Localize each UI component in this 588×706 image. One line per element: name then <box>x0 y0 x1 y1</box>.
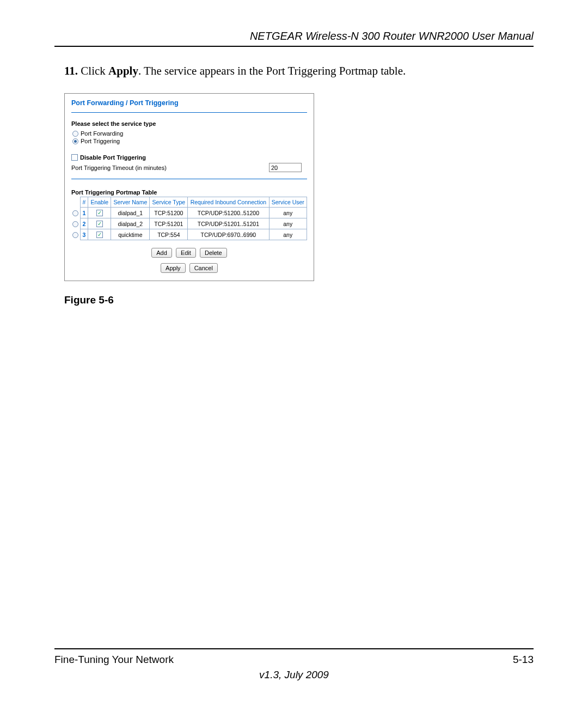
checkbox-icon <box>71 154 78 161</box>
table-row: 3 ✓ quicktime TCP:554 TCP/UDP:6970..6990… <box>71 229 307 240</box>
row-server: dialpad_2 <box>111 218 150 229</box>
row-num: 1 <box>80 208 88 218</box>
col-inbound: Required Inbound Connection <box>188 197 269 208</box>
row-svc: TCP:51200 <box>150 208 188 218</box>
row-server: quicktime <box>111 229 150 240</box>
instruction-step-11: 11. Click Apply. The service appears in … <box>64 64 534 78</box>
table-row: 2 ✓ dialpad_2 TCP:51201 TCP/UDP:51201..5… <box>71 218 307 229</box>
row-user: any <box>269 229 307 240</box>
row-enable-checkbox[interactable]: ✓ <box>96 232 103 238</box>
page-header-title: NETGEAR Wireless-N 300 Router WNR2000 Us… <box>54 30 534 42</box>
footer-section: Fine-Tuning Your Network <box>54 654 174 666</box>
panel-section-rule <box>71 179 307 179</box>
edit-button[interactable]: Edit <box>176 248 196 258</box>
col-enable: Enable <box>88 197 111 208</box>
panel-title-rule <box>71 112 307 113</box>
col-server: Server Name <box>111 197 150 208</box>
timeout-label: Port Triggering Timeout (in minutes) <box>71 165 167 171</box>
figure-caption: Figure 5-6 <box>64 294 534 306</box>
add-button[interactable]: Add <box>151 248 172 258</box>
row-svc: TCP:51201 <box>150 218 188 229</box>
row-num: 3 <box>80 229 88 240</box>
row-num: 2 <box>80 218 88 229</box>
radio-port-triggering[interactable]: Port Triggering <box>72 138 307 144</box>
col-num: # <box>80 197 88 208</box>
row-enable-checkbox[interactable]: ✓ <box>96 221 103 227</box>
checkbox-label: Disable Port Triggering <box>80 154 146 161</box>
step-text-bold: Apply <box>108 64 138 77</box>
panel-title: Port Forwarding / Port Triggering <box>71 99 307 107</box>
step-text-suffix: . The service appears in the Port Trigge… <box>138 64 406 77</box>
col-user: Service User <box>269 197 307 208</box>
radio-icon <box>72 131 78 137</box>
apply-button[interactable]: Apply <box>161 263 186 273</box>
row-inbound: TCP/UDP:51201..51201 <box>188 218 269 229</box>
delete-button[interactable]: Delete <box>200 248 227 258</box>
row-user: any <box>269 208 307 218</box>
cancel-button[interactable]: Cancel <box>189 263 218 273</box>
service-type-label: Please select the service type <box>71 120 307 127</box>
radio-icon <box>72 138 78 144</box>
row-server: dialpad_1 <box>111 208 150 218</box>
row-inbound: TCP/UDP:6970..6990 <box>188 229 269 240</box>
radio-port-forwarding[interactable]: Port Forwarding <box>72 130 307 137</box>
portmap-table-label: Port Triggering Portmap Table <box>71 189 307 196</box>
router-admin-panel: Port Forwarding / Port Triggering Please… <box>64 93 314 281</box>
header-rule <box>54 46 534 47</box>
radio-label: Port Triggering <box>81 138 120 144</box>
step-number: 11. <box>64 64 78 77</box>
row-user: any <box>269 218 307 229</box>
footer-page-number: 5-13 <box>513 654 534 666</box>
row-select-radio[interactable] <box>72 232 78 238</box>
row-svc: TCP:554 <box>150 229 188 240</box>
step-text-prefix: Click <box>81 64 108 77</box>
row-select-radio[interactable] <box>72 210 78 216</box>
portmap-table: # Enable Server Name Service Type Requir… <box>71 197 307 240</box>
row-enable-checkbox[interactable]: ✓ <box>96 210 103 216</box>
row-select-radio[interactable] <box>72 221 78 227</box>
timeout-input[interactable] <box>269 163 302 172</box>
table-row: 1 ✓ dialpad_1 TCP:51200 TCP/UDP:51200..5… <box>71 208 307 218</box>
row-inbound: TCP/UDP:51200..51200 <box>188 208 269 218</box>
footer-rule <box>54 648 534 649</box>
col-svc: Service Type <box>150 197 188 208</box>
footer-version: v1.3, July 2009 <box>54 669 534 681</box>
radio-label: Port Forwarding <box>81 130 123 137</box>
disable-port-triggering-checkbox[interactable]: Disable Port Triggering <box>71 154 307 161</box>
